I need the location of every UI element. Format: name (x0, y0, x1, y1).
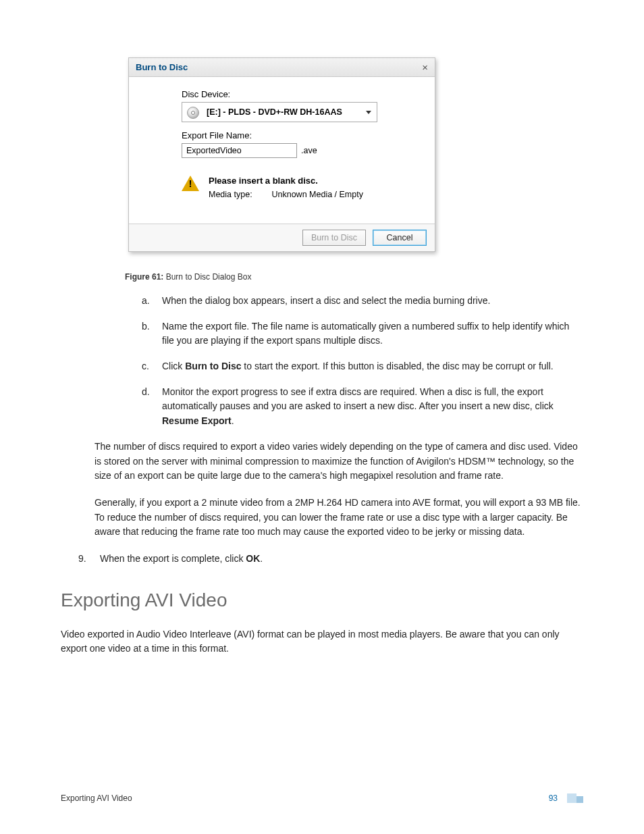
substep-b-text: Name the export file. The file name is a… (162, 319, 576, 348)
media-type-label: Media type: (209, 190, 269, 199)
export-file-label: Export File Name: (182, 130, 408, 140)
figure-caption-label: Figure 61: (125, 272, 163, 282)
page-number: 93 (549, 793, 558, 803)
warning-text: Please insert a blank disc. Media type: … (209, 176, 363, 199)
disc-device-label: Disc Device: (182, 89, 408, 99)
substep-c-text: Click Burn to Disc to start the export. … (162, 359, 554, 374)
substep-b: b. Name the export file. The file name i… (142, 319, 576, 348)
warning-icon (182, 176, 199, 191)
footer-decoration-icon (563, 793, 583, 803)
chevron-down-icon (366, 111, 371, 114)
section-heading: Exporting AVI Video (61, 590, 583, 611)
numbered-step-9: 9. When the export is complete, click OK… (78, 552, 583, 567)
cancel-button[interactable]: Cancel (373, 230, 427, 246)
media-type-value: Unknown Media / Empty (271, 190, 363, 199)
substep-list: a. When the dialog box appears, insert a… (142, 294, 576, 429)
disc-device-dropdown[interactable]: [E:] - PLDS - DVD+-RW DH-16AAS (182, 102, 377, 122)
dialog-title: Burn to Disc (136, 62, 188, 72)
dialog-body: Disc Device: [E:] - PLDS - DVD+-RW DH-16… (129, 77, 435, 224)
burn-to-disc-dialog: Burn to Disc × Disc Device: [E:] - PLDS … (128, 57, 435, 252)
paragraph-2: Generally, if you export a 2 minute vide… (95, 496, 583, 540)
paragraph-1: The number of discs required to export a… (95, 440, 583, 484)
substep-d: d. Monitor the export progress to see if… (142, 385, 576, 429)
footer-section-title: Exporting AVI Video (61, 793, 132, 803)
step-9-marker: 9. (78, 552, 92, 567)
export-file-extension: .ave (301, 146, 317, 155)
disc-icon (185, 105, 201, 119)
substep-d-text: Monitor the export progress to see if ex… (162, 385, 576, 429)
warning-line1: Please insert a blank disc. (209, 176, 363, 186)
substep-a-text: When the dialog box appears, insert a di… (162, 294, 490, 309)
section-intro: Video exported in Audio Video Interleave… (61, 627, 583, 656)
burn-to-disc-button[interactable]: Burn to Disc (302, 230, 366, 246)
step-9-text: When the export is complete, click OK. (100, 552, 263, 567)
export-file-input[interactable] (182, 143, 297, 158)
step-9: 9. When the export is complete, click OK… (78, 552, 583, 567)
dialog-titlebar: Burn to Disc × (129, 58, 435, 77)
figure-caption: Figure 61: Burn to Disc Dialog Box (125, 272, 583, 282)
substep-c: c. Click Burn to Disc to start the expor… (142, 359, 576, 374)
page-footer: Exporting AVI Video 93 (61, 793, 583, 803)
figure-caption-text: Burn to Disc Dialog Box (163, 272, 251, 282)
disc-device-value: [E:] - PLDS - DVD+-RW DH-16AAS (207, 107, 360, 117)
close-icon[interactable]: × (422, 61, 428, 73)
substep-a: a. When the dialog box appears, insert a… (142, 294, 576, 309)
dialog-footer: Burn to Disc Cancel (129, 224, 435, 251)
